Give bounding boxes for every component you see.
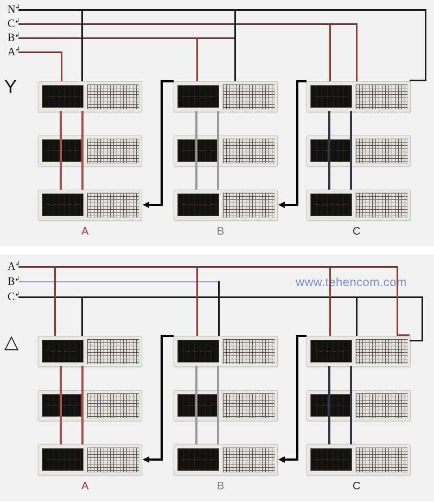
device-y-c1 xyxy=(307,81,411,112)
bus-a-line xyxy=(18,51,62,53)
d-drop-b2 xyxy=(218,281,220,336)
device-d-c1 xyxy=(307,336,411,367)
d-drop-c3bh xyxy=(410,340,423,341)
bus-b-line-d xyxy=(18,281,219,282)
d-drop-a3bh xyxy=(397,334,410,336)
device-y-c2 xyxy=(307,135,411,166)
bus-b-line xyxy=(18,37,235,39)
drop-b xyxy=(196,37,198,81)
device-y-a1 xyxy=(38,81,142,112)
bus-c-label: C↲ xyxy=(8,17,20,30)
device-y-a3 xyxy=(38,190,142,221)
d-col-a-label: A xyxy=(81,480,88,492)
d-vert-a-l xyxy=(60,366,62,444)
device-d-a3 xyxy=(38,444,142,475)
bus-n-line xyxy=(18,9,426,11)
arrow-ab-h2 xyxy=(161,80,174,82)
vert-b-l xyxy=(195,111,197,190)
d-vert-c-l xyxy=(328,366,330,444)
d-arrow-bc-head xyxy=(278,456,285,463)
arrow-bc-head xyxy=(278,202,285,208)
bus-c-line xyxy=(18,23,358,25)
d-arrow-bc-v xyxy=(296,335,298,461)
arrow-bc-h2 xyxy=(296,80,307,82)
d-arrow-ab-v xyxy=(161,335,163,461)
device-d-b3 xyxy=(174,444,278,475)
drop-n-c2 xyxy=(425,9,426,81)
vert-c-r xyxy=(350,111,352,190)
d-drop-c3 xyxy=(356,296,358,336)
bus-b-label-d: B↲ xyxy=(8,275,20,288)
drop-a xyxy=(61,51,62,81)
device-d-a2 xyxy=(38,390,142,421)
arrow-bc-v xyxy=(296,80,298,206)
device-d-a1 xyxy=(38,336,142,367)
d-drop-a3 xyxy=(329,266,331,336)
d-arrow-bc-h2 xyxy=(296,335,307,337)
d-vert-b-r xyxy=(217,366,219,444)
panel-delta: A↲ B↲ C↲ △ www.tehencom.com A B C xyxy=(0,255,434,501)
col-a-label: A xyxy=(81,225,88,237)
arrow-ab-head xyxy=(143,202,149,208)
bus-c-line-d xyxy=(18,296,423,298)
d-drop-c1 xyxy=(81,296,83,336)
device-d-c3 xyxy=(307,444,411,475)
drop-n-b xyxy=(234,9,236,81)
watermark: www.tehencom.com xyxy=(296,275,407,289)
d-arrow-ab-head xyxy=(143,456,149,463)
bus-c-label-d: C↲ xyxy=(8,290,20,303)
d-vert-b-l xyxy=(195,366,197,444)
device-y-b3 xyxy=(174,190,278,221)
device-d-b1 xyxy=(174,336,278,367)
d-col-c-label: C xyxy=(353,480,360,492)
device-y-c3 xyxy=(307,190,411,221)
wye-symbol: Y xyxy=(4,76,17,97)
col-b-label: B xyxy=(217,225,224,237)
vert-b-r xyxy=(217,111,219,190)
d-arrow-ab-h2 xyxy=(161,335,174,337)
bus-b-label: B↲ xyxy=(8,31,20,44)
device-y-b1 xyxy=(174,81,278,112)
col-c-label: C xyxy=(353,225,360,237)
vert-a-l xyxy=(60,111,62,190)
panel-wye: N↲ C↲ B↲ A↲ Y A B C xyxy=(0,0,434,247)
vert-a-r xyxy=(81,111,84,190)
d-drop-c3b xyxy=(422,296,423,341)
device-d-c2 xyxy=(307,390,411,421)
vert-c-l xyxy=(328,111,330,190)
drop-c xyxy=(329,23,331,81)
d-col-b-label: B xyxy=(217,480,224,492)
drop-n-c xyxy=(356,23,358,81)
drop-n-c2h xyxy=(410,80,426,81)
delta-symbol: △ xyxy=(4,331,18,352)
device-d-b2 xyxy=(174,390,278,421)
arrow-ab-v xyxy=(161,80,163,206)
d-drop-a1 xyxy=(54,266,56,336)
d-vert-c-r xyxy=(350,366,352,444)
device-y-a2 xyxy=(38,135,142,166)
device-y-b2 xyxy=(174,135,278,166)
d-drop-a3b xyxy=(397,266,398,336)
drop-n-a xyxy=(81,9,83,81)
bus-a-line-d xyxy=(18,266,398,268)
d-vert-a-r xyxy=(81,366,84,444)
d-drop-a2 xyxy=(196,266,198,336)
